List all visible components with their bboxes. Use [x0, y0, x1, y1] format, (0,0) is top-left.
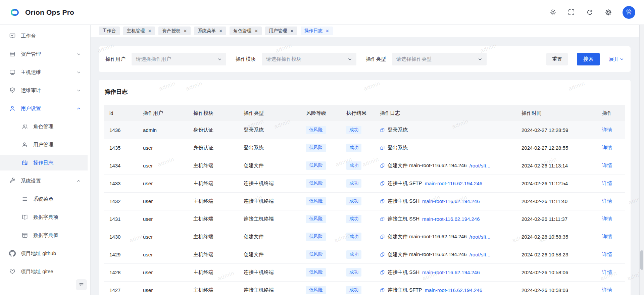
sidebar-item[interactable]: 数据字典值: [0, 228, 88, 243]
fullscreen-button[interactable]: [567, 8, 576, 16]
result-badge: 成功: [346, 250, 361, 258]
tab-item[interactable]: 工作台: [99, 27, 120, 35]
copy-icon[interactable]: [380, 145, 385, 150]
user-settings-icon: [9, 105, 16, 112]
tab-item[interactable]: 角色管理✕: [230, 27, 262, 35]
log-link[interactable]: main-root-116.62.194.246: [422, 198, 480, 204]
detail-link[interactable]: 详情: [602, 145, 612, 150]
role-manage-icon: [21, 123, 28, 130]
sidebar-collapse-button[interactable]: [76, 279, 87, 290]
tab-item[interactable]: 资产授权✕: [158, 27, 191, 35]
page-scrollbar[interactable]: [639, 25, 644, 295]
workbench-icon: [9, 33, 16, 39]
log-text: 连接主机 SSH: [388, 269, 419, 276]
log-link[interactable]: /root/sft...: [469, 163, 491, 168]
sidebar-item[interactable]: 主机运维: [0, 64, 88, 80]
cell-module: 主机终端: [188, 210, 238, 228]
log-link[interactable]: /root/sft...: [469, 252, 491, 257]
sidebar-item[interactable]: 运维审计: [0, 83, 88, 98]
sidebar-item-label: 系统设置: [21, 178, 41, 184]
tab-item[interactable]: 系统菜单✕: [194, 27, 226, 35]
sidebar-item[interactable]: 角色管理: [0, 119, 88, 134]
refresh-button[interactable]: [586, 8, 594, 16]
result-badge: 成功: [346, 126, 361, 134]
log-link[interactable]: /root/sft...: [469, 234, 491, 240]
sidebar-item[interactable]: 项目地址 github: [0, 246, 88, 261]
tab-item[interactable]: 主机管理✕: [123, 27, 155, 35]
cell-time: 2024-02-26 11:11:40: [516, 192, 597, 210]
cell-result: 成功: [341, 246, 375, 263]
detail-link[interactable]: 详情: [602, 234, 612, 239]
detail-link[interactable]: 详情: [602, 216, 612, 222]
copy-icon[interactable]: [380, 199, 385, 204]
host-ops-icon: [9, 69, 16, 76]
risk-badge: 低风险: [306, 268, 326, 276]
sidebar-item[interactable]: 项目地址 gitee: [0, 264, 88, 279]
filter-field: 操作类型请选择操作类型: [366, 53, 487, 65]
scrollbar-thumb[interactable]: [640, 250, 643, 270]
sidebar-item[interactable]: 用户管理: [0, 137, 88, 152]
cell-type: 创建文件: [238, 157, 301, 175]
filter-select[interactable]: 请选择操作模块: [262, 53, 356, 65]
chevron-down-icon: [478, 57, 482, 61]
detail-link[interactable]: 详情: [602, 287, 612, 293]
tab-close-icon[interactable]: ✕: [148, 29, 152, 33]
tab-item[interactable]: 用户管理✕: [265, 27, 297, 35]
log-link[interactable]: main-root-116.62.194.246: [425, 287, 483, 293]
expand-toggle[interactable]: 展开: [609, 56, 624, 62]
settings-button[interactable]: [604, 8, 612, 16]
cell-time: 2024-02-27 12:28:55: [516, 139, 597, 157]
tab-close-icon[interactable]: ✕: [290, 29, 294, 33]
sidebar-item[interactable]: 系统菜单: [0, 191, 88, 207]
sidebar-item[interactable]: 用户设置: [0, 101, 88, 116]
detail-link[interactable]: 详情: [602, 198, 612, 204]
copy-icon[interactable]: [380, 234, 385, 239]
sidebar-item[interactable]: 工作台: [0, 28, 88, 44]
copy-icon[interactable]: [380, 270, 385, 275]
detail-link[interactable]: 详情: [602, 180, 612, 186]
sidebar-item-label: 数据字典值: [33, 232, 58, 239]
search-button[interactable]: 搜索: [577, 53, 600, 65]
detail-link[interactable]: 详情: [602, 162, 612, 168]
copy-icon[interactable]: [380, 181, 385, 186]
top-header: Orion Ops Pro 管: [0, 0, 644, 25]
log-link[interactable]: main-root-116.62.194.246: [425, 181, 483, 186]
tab-close-icon[interactable]: ✕: [183, 29, 187, 33]
sidebar-item[interactable]: 系统设置: [0, 173, 88, 189]
risk-badge: 低风险: [306, 144, 326, 152]
copy-icon[interactable]: [380, 163, 385, 168]
user-avatar[interactable]: 管: [623, 6, 635, 19]
sidebar-item-label: 工作台: [21, 33, 36, 39]
tab-close-icon[interactable]: ✕: [326, 29, 329, 33]
sidebar-item[interactable]: 数据字典项: [0, 209, 88, 225]
filter-select[interactable]: 请选择操作用户: [132, 53, 226, 65]
column-header: 操作日志: [375, 105, 516, 121]
cell-type: 连接主机终端: [238, 192, 301, 210]
copy-icon[interactable]: [380, 128, 385, 133]
log-text: 登录系统: [388, 127, 408, 133]
detail-link[interactable]: 详情: [602, 127, 612, 133]
tab-item[interactable]: 操作日志✕: [301, 27, 333, 35]
tab-close-icon[interactable]: ✕: [254, 29, 258, 33]
cell-result: 成功: [341, 228, 375, 246]
audit-icon: [9, 87, 16, 94]
reset-button[interactable]: 重置: [546, 53, 568, 65]
detail-link[interactable]: 详情: [602, 251, 612, 257]
cell-action: 详情: [597, 263, 625, 281]
sidebar-item[interactable]: 资产管理: [0, 46, 88, 62]
copy-icon[interactable]: [380, 216, 385, 222]
log-link[interactable]: main-root-116.62.194.246: [422, 269, 480, 275]
copy-icon[interactable]: [380, 252, 385, 257]
theme-toggle-button[interactable]: [549, 8, 557, 16]
sidebar-item[interactable]: 操作日志: [0, 155, 88, 170]
log-link[interactable]: main-root-116.62.194.246: [422, 216, 480, 222]
sidebar-item-label: 操作日志: [33, 160, 53, 166]
cell-user: user: [138, 139, 188, 157]
copy-icon[interactable]: [380, 288, 385, 293]
tab-close-icon[interactable]: ✕: [219, 29, 222, 33]
cell-result: 成功: [341, 263, 375, 281]
filter-select[interactable]: 请选择操作类型: [392, 53, 487, 65]
table-row: 1428user主机终端连接主机终端低风险成功连接主机 SSH main-roo…: [104, 263, 625, 281]
detail-link[interactable]: 详情: [602, 269, 612, 275]
risk-badge: 低风险: [306, 161, 326, 169]
